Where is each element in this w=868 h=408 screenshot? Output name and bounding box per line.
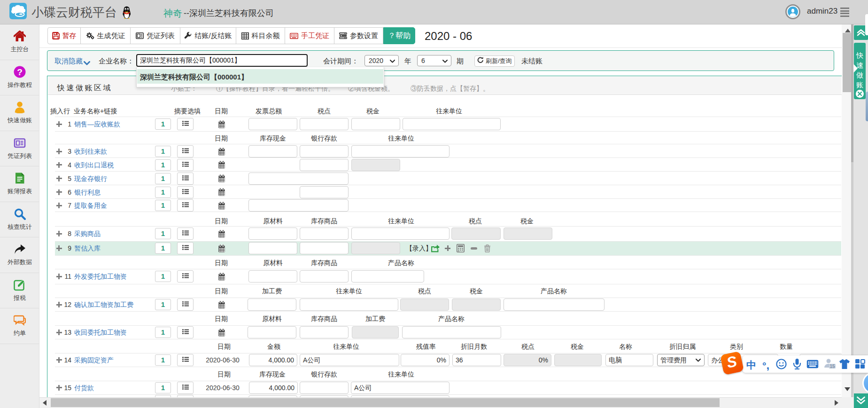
svg-text:15: 15 bbox=[829, 364, 835, 369]
